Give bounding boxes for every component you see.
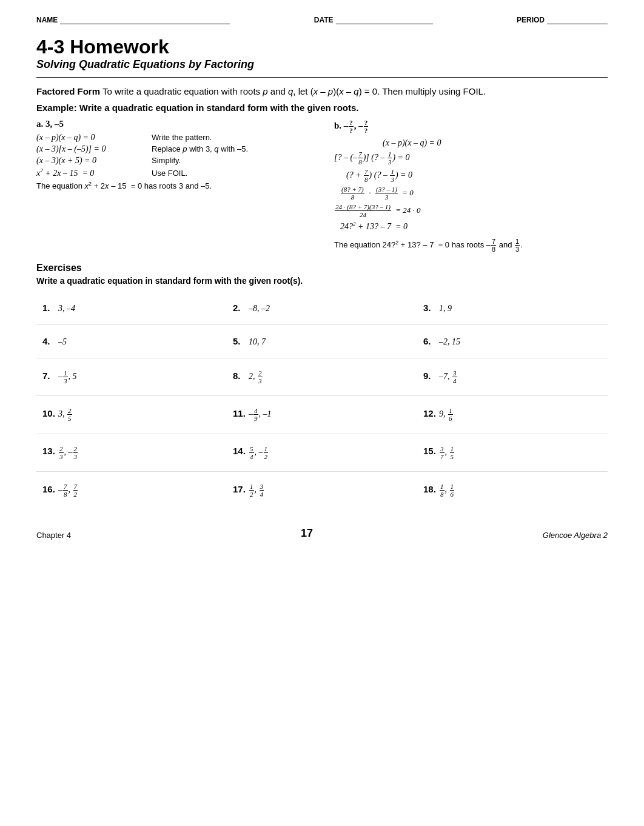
- page-footer: Chapter 4 17 Glencoe Algebra 2: [36, 527, 608, 540]
- ex-2-val: –8, –2: [249, 304, 270, 314]
- footer-chapter: Chapter 4: [36, 531, 71, 540]
- ex-8-val: 2, 23: [249, 369, 263, 384]
- ex-1-num: 1.: [42, 303, 56, 313]
- b-step-1: (x – p)(x – q) = 0: [383, 138, 441, 148]
- period-label: PERIOD: [517, 16, 545, 24]
- step-1-desc: Write the pattern.: [152, 133, 212, 142]
- exercises-label: Exercises: [36, 263, 608, 274]
- title-divider: [36, 77, 608, 78]
- example-b-steps: (x – p)(x – q) = 0 [? – (–78)] (? – 13) …: [334, 138, 608, 254]
- step-1: (x – p)(x – q) = 0 Write the pattern.: [36, 133, 310, 143]
- ex-13-num: 13.: [42, 446, 56, 456]
- example-a-conclusion: The equation x2 + 2x – 15 = 0 has roots …: [36, 181, 310, 190]
- ex-18-num: 18.: [423, 484, 437, 494]
- date-label: DATE: [314, 16, 334, 24]
- step-4: x2 + 2x – 15 = 0 Use FOIL.: [36, 167, 310, 178]
- step-4-desc: Use FOIL.: [152, 169, 187, 178]
- example-cols: a. 3, –5 (x – p)(x – q) = 0 Write the pa…: [36, 119, 608, 253]
- footer-page-num: 17: [301, 527, 313, 540]
- factored-form-bold: Factored Form: [36, 86, 100, 96]
- ex-3-val: 1, 9: [439, 304, 452, 314]
- ex-14-val: 54, –12: [249, 445, 269, 460]
- ex-3: 3. 1, 9: [417, 292, 608, 325]
- ex-13-val: 23, –23: [58, 445, 78, 460]
- ex-14-num: 14.: [233, 446, 246, 456]
- ex-17-num: 17.: [233, 484, 246, 494]
- exercises-instruction: Write a quadratic equation in standard f…: [36, 276, 608, 286]
- exercise-grid: 1. 3, –4 2. –8, –2 3. 1, 9 4. –5 5. 10, …: [36, 292, 608, 509]
- step-4-eq: x2 + 2x – 15 = 0: [36, 167, 146, 178]
- header: NAME DATE PERIOD: [36, 15, 608, 24]
- example-a-label: a. 3, –5: [36, 119, 310, 129]
- ex-11: 11. –49, –1: [227, 396, 417, 434]
- ex-2: 2. –8, –2: [227, 292, 417, 325]
- ex-7-val: –13, 5: [58, 369, 77, 384]
- ex-6: 6. –2, 15: [417, 325, 608, 358]
- b-step-5: 24 · (8? + 7)(3? – 1)24 = 24 · 0: [334, 203, 421, 218]
- ex-6-val: –2, 15: [439, 337, 460, 347]
- ex-1: 1. 3, –4: [36, 292, 227, 325]
- title-sub: Solving Quadratic Equations by Factoring: [36, 58, 608, 71]
- b-step-2: [? – (–78)] (? – 13) = 0: [334, 150, 410, 166]
- ex-12-num: 12.: [423, 408, 437, 418]
- factored-form-intro: Factored Form To write a quadratic equat…: [36, 86, 608, 96]
- ex-15-val: 37, 15: [439, 445, 455, 460]
- example-a: a. 3, –5 (x – p)(x – q) = 0 Write the pa…: [36, 119, 322, 253]
- ex-5: 5. 10, 7: [227, 325, 417, 358]
- step-3: (x – 3)(x + 5) = 0 Simplify.: [36, 156, 310, 166]
- ex-18: 18. 18, 16: [417, 472, 608, 509]
- ex-10-num: 10.: [42, 408, 56, 418]
- page: NAME DATE PERIOD 4-3 Homework Solving Qu…: [0, 0, 644, 826]
- ex-17-val: 12, 34: [249, 483, 264, 498]
- ex-7-num: 7.: [42, 371, 56, 381]
- b-step-6: 24?2 + 13? – 7 = 0: [340, 221, 408, 232]
- name-underline[interactable]: [60, 15, 230, 24]
- footer-publisher: Glencoe Algebra 2: [543, 531, 608, 540]
- ex-17: 17. 12, 34: [227, 472, 417, 509]
- title-section: 4-3 Homework Solving Quadratic Equations…: [36, 35, 608, 71]
- ex-10-val: 3, 25: [58, 407, 73, 422]
- period-underline[interactable]: [547, 15, 608, 24]
- example-b-conclusion: The equation 24?2 + 13? – 7 = 0 has root…: [334, 238, 523, 253]
- date-field: DATE: [314, 15, 433, 24]
- ex-4-val: –5: [58, 337, 67, 347]
- title-main: 4-3 Homework: [36, 35, 608, 58]
- step-2: (x – 3)[x – (–5)] = 0 Replace p with 3, …: [36, 144, 310, 154]
- step-2-eq: (x – 3)[x – (–5)] = 0: [36, 144, 146, 154]
- example-b-label: b. –??, –??: [334, 119, 608, 134]
- step-3-eq: (x – 3)(x + 5) = 0: [36, 156, 146, 166]
- step-1-eq: (x – p)(x – q) = 0: [36, 133, 146, 143]
- name-field: NAME: [36, 15, 230, 24]
- b-step-3: (? + 78) (? – 13) = 0: [346, 168, 412, 183]
- factored-form-text: To write a quadratic equation with roots…: [102, 86, 486, 96]
- b-step-4: (8? + 7)8 · (3? – 1)3 = 0: [340, 186, 414, 201]
- ex-7: 7. –13, 5: [36, 358, 227, 396]
- step-2-desc: Replace p with 3, q with –5.: [152, 144, 248, 153]
- ex-11-num: 11.: [233, 408, 246, 418]
- ex-16-val: –78, 72: [58, 483, 78, 498]
- step-3-desc: Simplify.: [152, 156, 181, 165]
- ex-8-num: 8.: [233, 371, 246, 381]
- ex-4-num: 4.: [42, 336, 56, 346]
- ex-15: 15. 37, 15: [417, 434, 608, 472]
- ex-12-val: 9, 16: [439, 407, 454, 422]
- ex-16: 16. –78, 72: [36, 472, 227, 509]
- ex-9-num: 9.: [423, 371, 437, 381]
- ex-5-val: 10, 7: [249, 337, 266, 347]
- ex-8: 8. 2, 23: [227, 358, 417, 396]
- ex-12: 12. 9, 16: [417, 396, 608, 434]
- ex-4: 4. –5: [36, 325, 227, 358]
- date-underline[interactable]: [336, 15, 433, 24]
- ex-11-val: –49, –1: [249, 407, 272, 422]
- ex-3-num: 3.: [423, 303, 437, 313]
- example-b: b. –??, –?? (x – p)(x – q) = 0 [? – (–78…: [322, 119, 608, 253]
- ex-5-num: 5.: [233, 336, 246, 346]
- ex-9-val: –7, 34: [439, 369, 458, 384]
- ex-13: 13. 23, –23: [36, 434, 227, 472]
- name-label: NAME: [36, 16, 58, 24]
- ex-18-val: 18, 16: [439, 483, 455, 498]
- ex-6-num: 6.: [423, 336, 437, 346]
- ex-2-num: 2.: [233, 303, 246, 313]
- ex-10: 10. 3, 25: [36, 396, 227, 434]
- ex-16-num: 16.: [42, 484, 56, 494]
